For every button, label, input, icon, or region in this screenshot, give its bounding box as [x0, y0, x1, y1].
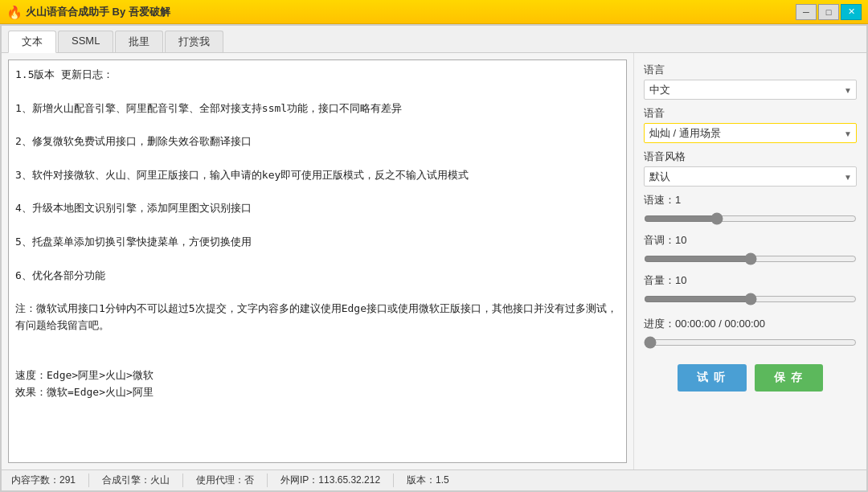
speed-label: 语速：1 — [644, 193, 857, 207]
save-button[interactable]: 保 存 — [755, 364, 824, 392]
progress-label: 进度：00:00:00 / 00:00:00 — [644, 317, 857, 331]
progress-section: 进度：00:00:00 / 00:00:00 — [644, 317, 857, 353]
language-select[interactable]: 中文 英文 日文 韩文 — [644, 80, 857, 100]
listen-button[interactable]: 试 听 — [678, 364, 747, 392]
tab-bar: 文本 SSML 批里 打赏我 — [2, 26, 866, 53]
speed-section: 语速：1 — [644, 193, 857, 227]
status-version: 版本：1.5 — [394, 474, 462, 487]
right-panel: 语言 中文 英文 日文 韩文 ▼ 语音 灿灿 / 通用场景 — [633, 53, 866, 469]
tab-ssml[interactable]: SSML — [58, 31, 113, 52]
tab-wenben[interactable]: 文本 — [8, 31, 56, 53]
volume-section: 音量：10 — [644, 273, 857, 307]
voice-select[interactable]: 灿灿 / 通用场景 燃燃 / 通用场景 通用男声 通用女声 — [644, 123, 857, 143]
style-section: 语音风格 默认 新闻 客服 活泼 ▼ — [644, 150, 857, 187]
text-input[interactable] — [8, 59, 627, 463]
minimize-button[interactable]: ─ — [796, 4, 817, 20]
style-select[interactable]: 默认 新闻 客服 活泼 — [644, 166, 857, 187]
voice-section: 语音 灿灿 / 通用场景 燃燃 / 通用场景 通用男声 通用女声 ▼ — [644, 106, 857, 143]
window-controls: ─ □ ✕ — [796, 4, 862, 20]
speed-slider[interactable] — [644, 211, 857, 227]
language-label: 语言 — [644, 63, 857, 77]
tab-dawo[interactable]: 打赏我 — [165, 31, 223, 52]
app-icon: 🔥 — [6, 5, 21, 19]
left-panel — [2, 53, 633, 469]
language-section: 语言 中文 英文 日文 韩文 ▼ — [644, 63, 857, 100]
main-window: 文本 SSML 批里 打赏我 语言 中文 英文 日文 韩文 ▼ — [0, 24, 868, 492]
action-buttons: 试 听 保 存 — [644, 364, 857, 392]
close-button[interactable]: ✕ — [841, 4, 862, 20]
status-engine: 合成引擎：火山 — [89, 474, 183, 487]
progress-time: 00:00:00 / 00:00:00 — [675, 318, 765, 330]
voice-label: 语音 — [644, 106, 857, 121]
voice-select-wrapper: 灿灿 / 通用场景 燃燃 / 通用场景 通用男声 通用女声 ▼ — [644, 123, 857, 143]
content-area: 语言 中文 英文 日文 韩文 ▼ 语音 灿灿 / 通用场景 — [2, 53, 866, 469]
status-bar: 内容字数：291 合成引擎：火山 使用代理：否 外网IP：113.65.32.2… — [2, 469, 866, 490]
pitch-slider[interactable] — [644, 251, 857, 267]
style-label: 语音风格 — [644, 150, 857, 164]
pitch-label: 音调：10 — [644, 233, 857, 248]
status-ip: 外网IP：113.65.32.212 — [268, 474, 394, 487]
status-proxy: 使用代理：否 — [183, 474, 268, 487]
progress-slider[interactable] — [644, 334, 857, 351]
status-char-count: 内容字数：291 — [11, 474, 89, 487]
tab-pili[interactable]: 批里 — [115, 31, 163, 52]
app-title: 火山语音合成助手 By 吾爱破解 — [26, 5, 796, 19]
pitch-section: 音调：10 — [644, 233, 857, 267]
title-bar: 🔥 火山语音合成助手 By 吾爱破解 ─ □ ✕ — [0, 0, 868, 24]
volume-label: 音量：10 — [644, 273, 857, 288]
restore-button[interactable]: □ — [818, 4, 839, 20]
style-select-wrapper: 默认 新闻 客服 活泼 ▼ — [644, 166, 857, 187]
volume-slider[interactable] — [644, 291, 857, 307]
language-select-wrapper: 中文 英文 日文 韩文 ▼ — [644, 80, 857, 100]
